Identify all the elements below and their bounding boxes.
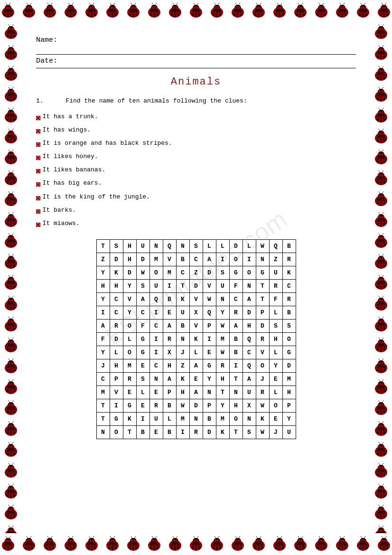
- wordsearch-cell: D: [256, 320, 269, 333]
- svg-point-545: [7, 181, 9, 183]
- svg-point-762: [383, 35, 385, 37]
- clue-icon: ◙: [36, 206, 41, 218]
- svg-point-126: [219, 14, 221, 16]
- svg-line-611: [12, 275, 13, 277]
- wordsearch-cell: I: [149, 333, 163, 346]
- svg-point-905: [377, 286, 379, 288]
- svg-point-320: [151, 539, 154, 543]
- wordsearch-cell: Q: [243, 359, 256, 373]
- svg-point-272: [68, 539, 71, 543]
- wordsearch-cell: O: [110, 426, 123, 439]
- wordsearch-cell: A: [163, 373, 176, 386]
- clue-item: ◙It likes bananas.: [36, 165, 356, 178]
- svg-line-911: [383, 275, 383, 277]
- clue-text: It has wings.: [43, 125, 91, 135]
- wordsearch-cell: M: [123, 359, 136, 373]
- svg-line-119: [197, 3, 198, 5]
- svg-line-455: [385, 536, 386, 538]
- wordsearch-cell: L: [189, 346, 203, 359]
- svg-point-608: [8, 278, 11, 282]
- svg-point-843: [377, 178, 379, 180]
- svg-point-870: [383, 223, 385, 225]
- svg-line-82: [131, 3, 132, 5]
- svg-point-357: [217, 539, 220, 543]
- svg-point-1035: [377, 512, 379, 514]
- svg-point-776: [378, 48, 381, 52]
- svg-line-71: [114, 3, 115, 5]
- svg-line-730: [9, 484, 9, 486]
- clue-item: ◙It is orange and has black stripes.: [36, 138, 356, 151]
- svg-point-246: [31, 547, 33, 549]
- wordsearch-cell: D: [243, 306, 256, 320]
- svg-point-279: [88, 544, 90, 546]
- svg-line-347: [197, 536, 198, 538]
- svg-point-1014: [383, 474, 385, 476]
- wordsearch-cell: I: [243, 253, 256, 266]
- svg-line-443: [364, 536, 365, 538]
- svg-point-593: [7, 265, 9, 267]
- svg-point-117: [196, 6, 199, 9]
- svg-point-459: [7, 32, 9, 34]
- svg-point-87: [150, 10, 152, 12]
- svg-line-203: [344, 3, 345, 5]
- svg-point-21: [29, 6, 32, 9]
- svg-point-1037: [377, 516, 379, 517]
- svg-line-994: [379, 421, 380, 423]
- svg-point-675: [7, 408, 9, 410]
- svg-point-999: [377, 450, 379, 452]
- wordsearch-cell: H: [110, 280, 123, 293]
- svg-point-894: [383, 265, 385, 267]
- svg-point-1038: [383, 516, 385, 517]
- svg-point-453: [384, 539, 387, 543]
- svg-point-309: [133, 539, 136, 543]
- svg-point-521: [7, 140, 9, 141]
- svg-point-4: [10, 10, 12, 12]
- svg-line-526: [9, 129, 9, 131]
- svg-point-921: [381, 299, 384, 302]
- svg-point-412: [323, 544, 325, 546]
- svg-point-363: [234, 544, 236, 546]
- svg-point-45: [71, 6, 74, 9]
- svg-point-693: [11, 424, 14, 428]
- svg-point-716: [8, 466, 11, 470]
- svg-point-569: [7, 223, 9, 225]
- svg-point-150: [261, 14, 263, 16]
- wordsearch-cell: H: [216, 373, 229, 386]
- clue-item: ◙It has wings.: [36, 125, 356, 138]
- svg-point-245: [25, 547, 27, 549]
- svg-line-323: [156, 536, 157, 538]
- svg-line-467: [12, 24, 13, 26]
- wordsearch-cell: I: [149, 306, 163, 320]
- svg-point-304: [135, 544, 137, 546]
- svg-point-303: [130, 544, 131, 546]
- svg-point-65: [108, 14, 110, 16]
- svg-point-702: [13, 453, 15, 455]
- svg-point-585: [11, 236, 14, 240]
- svg-point-729: [11, 487, 14, 490]
- svg-point-627: [7, 324, 9, 326]
- svg-line-562: [9, 191, 9, 193]
- svg-point-104: [172, 6, 175, 9]
- svg-point-198: [345, 14, 346, 16]
- wordsearch-cell: Q: [243, 333, 256, 346]
- svg-point-128: [214, 6, 217, 9]
- wordsearch-cell: K: [256, 413, 269, 426]
- svg-point-160: [281, 10, 283, 12]
- svg-point-645: [11, 341, 14, 344]
- svg-point-531: [7, 157, 9, 159]
- wordsearch-cell: Z: [96, 253, 110, 266]
- svg-point-148: [261, 10, 262, 12]
- wordsearch-cell: Z: [189, 266, 203, 280]
- svg-point-572: [8, 216, 11, 219]
- wordsearch-cell: L: [269, 306, 282, 320]
- wordsearch-cell: M: [163, 266, 176, 280]
- wordsearch-cell: E: [149, 386, 163, 399]
- svg-line-107: [177, 3, 177, 5]
- svg-line-947: [383, 338, 383, 339]
- svg-point-261: [50, 539, 53, 543]
- wordsearch-cell: O: [282, 333, 296, 346]
- wordsearch-cell: B: [203, 413, 216, 426]
- svg-line-503: [12, 87, 13, 89]
- svg-line-226: [382, 3, 383, 5]
- wordsearch-cell: Y: [123, 306, 136, 320]
